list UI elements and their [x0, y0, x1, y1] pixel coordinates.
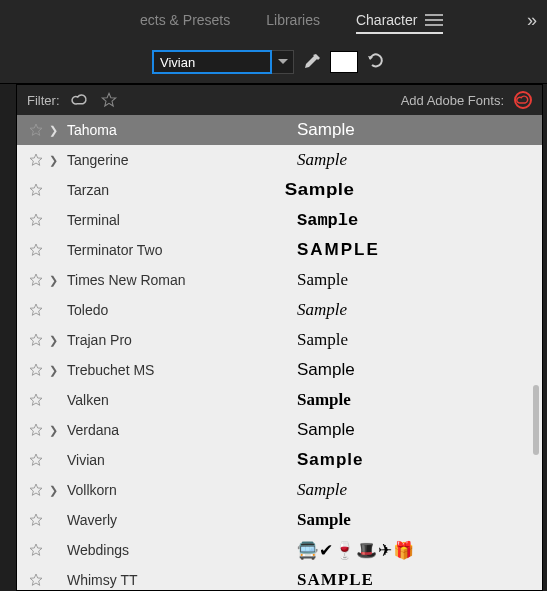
- font-row[interactable]: WaverlySample: [17, 505, 542, 535]
- font-sample-preview: Sample: [297, 450, 542, 470]
- font-name-label: Tahoma: [67, 122, 297, 138]
- character-panel-header: ects & Presets Libraries Character »: [0, 0, 547, 84]
- tab-effects-presets[interactable]: ects & Presets: [140, 0, 230, 40]
- font-row[interactable]: Webdings🚍✔🍷🎩✈🎁: [17, 535, 542, 565]
- font-name-label: Toledo: [67, 302, 297, 318]
- fill-color-swatch[interactable]: [330, 51, 358, 73]
- font-name-label: Vollkorn: [67, 482, 297, 498]
- font-dropdown-panel: Filter: Add Adobe Fonts: ❯TahomaSample❯T…: [16, 84, 543, 591]
- font-name-label: Terminal: [67, 212, 297, 228]
- font-sample-preview: 🚍✔🍷🎩✈🎁: [297, 540, 542, 561]
- font-row[interactable]: ❯TangerineSample: [17, 145, 542, 175]
- favorites-filter-icon[interactable]: [100, 91, 118, 109]
- favorite-star-icon[interactable]: [23, 301, 49, 319]
- font-name-label: Terminator Two: [67, 242, 297, 258]
- font-sample-preview: Sample: [297, 211, 542, 230]
- font-name-label: Waverly: [67, 512, 297, 528]
- font-row[interactable]: ❯VerdanaSample: [17, 415, 542, 445]
- font-row[interactable]: ValkenSample: [17, 385, 542, 415]
- font-row[interactable]: ❯Times New RomanSample: [17, 265, 542, 295]
- font-row[interactable]: Terminator TwoSAMPLE: [17, 235, 542, 265]
- font-family-combo: [152, 50, 294, 74]
- panel-tabs: ects & Presets Libraries Character: [0, 0, 547, 40]
- font-name-label: Valken: [67, 392, 297, 408]
- font-sample-preview: SAMPLE: [297, 240, 542, 260]
- favorite-star-icon[interactable]: [23, 241, 49, 259]
- font-controls-row: [152, 50, 388, 74]
- expand-chevron-icon[interactable]: ❯: [49, 484, 67, 497]
- font-sample-preview: Sample: [297, 510, 542, 530]
- font-sample-preview: Sample: [297, 330, 542, 350]
- font-row[interactable]: VivianSample: [17, 445, 542, 475]
- favorite-star-icon[interactable]: [23, 451, 49, 469]
- font-sample-preview: SAMPLE: [297, 570, 542, 590]
- favorite-star-icon[interactable]: [23, 211, 49, 229]
- expand-chevron-icon[interactable]: ❯: [49, 154, 67, 167]
- favorite-star-icon[interactable]: [23, 331, 49, 349]
- favorite-star-icon[interactable]: [23, 421, 49, 439]
- font-name-label: Times New Roman: [67, 272, 297, 288]
- favorite-star-icon[interactable]: [23, 361, 49, 379]
- overflow-chevron-icon[interactable]: »: [527, 10, 537, 31]
- favorite-star-icon[interactable]: [23, 541, 49, 559]
- font-row[interactable]: TarzanSample: [17, 175, 542, 205]
- font-row[interactable]: TerminalSample: [17, 205, 542, 235]
- favorite-star-icon[interactable]: [23, 481, 49, 499]
- favorite-star-icon[interactable]: [23, 271, 49, 289]
- favorite-star-icon[interactable]: [23, 151, 49, 169]
- font-name-label: Tarzan: [67, 182, 297, 198]
- font-row[interactable]: ❯TahomaSample: [17, 115, 542, 145]
- font-row[interactable]: ❯Trebuchet MSSample: [17, 355, 542, 385]
- favorite-star-icon[interactable]: [23, 121, 49, 139]
- expand-chevron-icon[interactable]: ❯: [49, 124, 67, 137]
- favorite-star-icon[interactable]: [23, 391, 49, 409]
- font-name-label: Vivian: [67, 452, 297, 468]
- tab-libraries[interactable]: Libraries: [266, 0, 320, 40]
- font-row[interactable]: ToledoSample: [17, 295, 542, 325]
- font-sample-preview: Sample: [297, 120, 542, 140]
- font-sample-preview: Sample: [297, 390, 542, 410]
- font-filter-bar: Filter: Add Adobe Fonts:: [17, 85, 542, 115]
- font-name-label: Webdings: [67, 542, 297, 558]
- expand-chevron-icon[interactable]: ❯: [49, 424, 67, 437]
- add-adobe-fonts-icon[interactable]: [514, 91, 532, 109]
- tab-character-label: Character: [356, 12, 417, 28]
- expand-chevron-icon[interactable]: ❯: [49, 334, 67, 347]
- font-name-label: Tangerine: [67, 152, 297, 168]
- font-sample-preview: Sample: [297, 360, 542, 380]
- font-sample-preview: Sample: [297, 270, 542, 290]
- scrollbar-thumb[interactable]: [533, 385, 539, 455]
- font-name-label: Whimsy TT: [67, 572, 297, 588]
- font-sample-preview: Sample: [297, 420, 542, 440]
- expand-chevron-icon[interactable]: ❯: [49, 364, 67, 377]
- font-family-input[interactable]: [152, 50, 272, 74]
- font-sample-preview: Sample: [297, 480, 542, 500]
- favorite-star-icon[interactable]: [23, 571, 49, 589]
- chevron-down-icon: [278, 59, 288, 65]
- font-row[interactable]: Whimsy TTSAMPLE: [17, 565, 542, 590]
- reset-swap-icon[interactable]: [366, 51, 388, 73]
- filter-label: Filter:: [27, 93, 60, 108]
- font-name-label: Trajan Pro: [67, 332, 297, 348]
- font-row[interactable]: ❯VollkornSample: [17, 475, 542, 505]
- panel-menu-icon[interactable]: [425, 14, 443, 26]
- font-dropdown-button[interactable]: [272, 50, 294, 74]
- font-sample-preview: Sample: [297, 300, 542, 320]
- add-fonts-label: Add Adobe Fonts:: [401, 93, 504, 108]
- font-name-label: Trebuchet MS: [67, 362, 297, 378]
- tab-character[interactable]: Character: [356, 0, 443, 40]
- eyedropper-icon[interactable]: [302, 52, 322, 72]
- font-name-label: Verdana: [67, 422, 297, 438]
- expand-chevron-icon[interactable]: ❯: [49, 274, 67, 287]
- creative-cloud-filter-icon[interactable]: [70, 90, 90, 110]
- font-sample-preview: Sample: [297, 150, 542, 170]
- favorite-star-icon[interactable]: [23, 511, 49, 529]
- font-list: ❯TahomaSample❯TangerineSampleTarzanSampl…: [17, 115, 542, 590]
- favorite-star-icon[interactable]: [23, 181, 49, 199]
- font-sample-preview: Sample: [285, 180, 542, 200]
- font-row[interactable]: ❯Trajan ProSample: [17, 325, 542, 355]
